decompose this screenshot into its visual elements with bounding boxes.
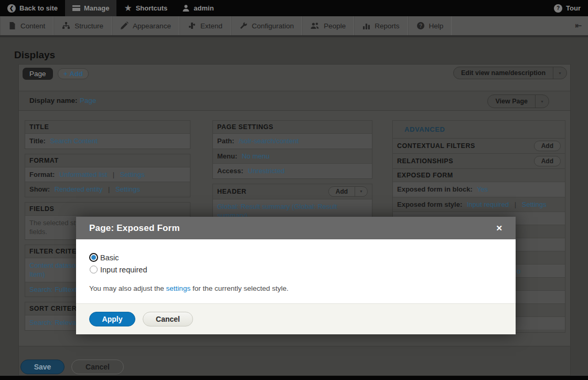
paintbrush-icon [120,22,129,30]
row-label: Exposed form style: [397,200,462,208]
row-label: Exposed form in block: [397,185,473,193]
admin-account-tab[interactable]: admin [175,0,221,16]
bucket-heading: HEADER [217,188,247,195]
plus-icon: + [63,70,68,78]
dialog-cancel-button[interactable]: Cancel [143,312,193,326]
path-link[interactable]: /solr-search/content [239,137,298,145]
bucket-heading: FIELDS [29,205,54,213]
back-arrow-icon: ❮ [7,4,16,13]
menu-item-extend[interactable]: Extend [179,16,231,35]
separator: | [109,171,118,178]
bucket-row: Exposed form in block: Yes [393,182,565,197]
menu-item-configuration[interactable]: Configuration [231,16,302,35]
settings-link[interactable]: settings [166,284,191,292]
menu-item-label: Content [20,22,45,30]
radio-selected-icon[interactable] [89,253,98,262]
radio-option-input-required[interactable]: Input required [89,265,503,274]
tab-page-display[interactable]: Page [23,68,53,80]
add-label: Add [534,141,560,151]
radio-unselected-icon[interactable] [90,266,98,273]
svg-text:?: ? [419,23,422,29]
exposed-form-in-block-link[interactable]: Yes [477,185,488,193]
separator: | [104,185,113,193]
document-icon [8,22,16,30]
toolbar-spacer [221,0,547,16]
help-icon: ? [416,22,425,30]
bucket-heading: EXPOSED FORM [397,172,453,179]
exposed-form-style-link[interactable]: Input required [467,200,509,208]
display-name-row: Display name: Page View Page ▼ [19,91,570,111]
manage-label: Manage [84,4,109,12]
access-link[interactable]: Unrestricted [248,167,285,175]
format-link[interactable]: Unformatted list [59,171,107,178]
row-label: Path: [217,137,234,145]
save-button[interactable]: Save [20,360,65,374]
title-link[interactable]: Search Content [50,137,97,145]
bucket-row: Title: Search Content [25,133,190,149]
relationships-add-button[interactable]: Add [534,156,561,166]
menu-link[interactable]: No menu [242,152,270,160]
chevron-down-icon[interactable]: ▼ [355,187,367,196]
tour-question-icon: ? [554,4,562,13]
menu-item-content[interactable]: Content [0,16,54,35]
manage-tab[interactable]: Manage [65,0,116,16]
puzzle-icon [188,22,196,30]
admin-menu-spacer [452,16,569,35]
bar-chart-icon [362,22,370,30]
menu-item-reports[interactable]: Reports [354,16,408,35]
sitemap-icon [62,22,70,30]
shortcuts-label: Shortcuts [136,4,168,12]
apply-button[interactable]: Apply [89,312,135,326]
view-page-label: View Page [488,95,535,108]
row-label: Access: [217,167,243,175]
back-to-site-button[interactable]: ❮ Back to site [0,0,65,16]
chevron-down-icon[interactable]: ▼ [535,95,549,108]
menu-item-structure[interactable]: Structure [54,16,112,35]
format-settings-link[interactable]: Settings [120,171,145,178]
advanced-toggle[interactable]: ADVANCED [393,121,565,138]
menu-item-label: People [324,22,346,30]
admin-menu-bar: Content Structure Appearance Extend Conf… [0,16,588,37]
shortcuts-tab[interactable]: ★ Shortcuts [116,0,175,16]
bucket-row: Exposed form style: Input required | Set… [393,197,565,212]
menu-item-label: Help [429,22,444,30]
menu-item-label: Reports [375,22,399,30]
bucket-row: Path: /solr-search/content [213,133,372,149]
exposed-form-style-settings-link[interactable]: Settings [522,200,547,208]
separator: | [511,200,520,208]
display-name-label: Display name: [29,97,78,104]
menu-item-help[interactable]: ? Help [408,16,452,35]
menu-item-people[interactable]: People [302,16,354,35]
add-display-button[interactable]: + Add [58,68,89,79]
dialog-titlebar[interactable]: Page: Exposed Form ✕ [76,217,516,239]
show-settings-link[interactable]: Settings [115,185,140,193]
radio-option-basic[interactable]: Basic [89,253,503,262]
bottom-edge [0,376,588,380]
exposed-form-dialog: Page: Exposed Form ✕ Basic Input require… [76,217,516,334]
edit-view-name-button[interactable]: Edit view name/description ▼ [453,67,567,79]
chevron-down-icon[interactable]: ▼ [553,67,566,79]
back-to-site-label: Back to site [19,4,58,12]
view-page-button[interactable]: View Page ▼ [487,94,549,108]
display-name-link[interactable]: Page [80,97,97,104]
menu-item-appearance[interactable]: Appearance [112,16,179,35]
bucket-row: Format: Unformatted list | Settings [25,167,190,182]
cancel-button[interactable]: Cancel [71,360,124,374]
header-add-button[interactable]: Add ▼ [328,186,368,197]
close-icon[interactable]: ✕ [496,224,503,233]
bucket-heading: PAGE SETTINGS [217,123,273,131]
dialog-note: You may also adjust the settings for the… [89,284,503,292]
bucket-heading: CONTEXTUAL FILTERS [397,142,475,150]
star-icon: ★ [124,4,132,13]
bucket-page-settings: PAGE SETTINGS Path: /solr-search/content… [212,120,372,179]
bucket-heading: RELATIONSHIPS [397,157,453,165]
tour-button[interactable]: ? Tour [547,0,588,16]
toolbar-top: ❮ Back to site Manage ★ Shortcuts admin … [0,0,588,16]
toolbar-collapse-icon[interactable]: ⇤ [569,16,588,35]
contextual-filters-add-button[interactable]: Add [534,141,561,151]
show-link[interactable]: Rendered entity [55,185,103,193]
admin-label: admin [194,4,213,12]
menu-item-label: Extend [200,22,222,30]
bucket-contextual-filters: CONTEXTUAL FILTERS Add [393,138,565,153]
bucket-row: Menu: No menu [213,149,372,164]
